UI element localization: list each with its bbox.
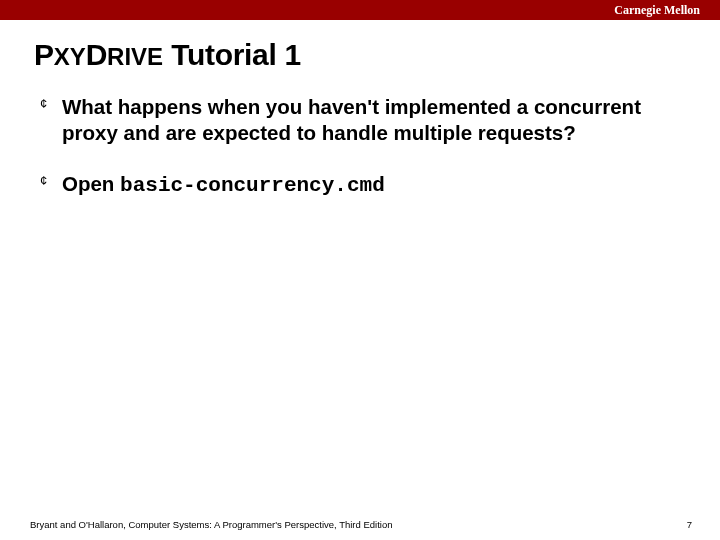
footer: Bryant and O'Hallaron, Computer Systems:… bbox=[0, 519, 720, 530]
top-bar: Carnegie Mellon bbox=[0, 0, 720, 20]
slide: Carnegie Mellon PXYDRIVE Tutorial 1 What… bbox=[0, 0, 720, 540]
footer-credit: Bryant and O'Hallaron, Computer Systems:… bbox=[30, 519, 393, 530]
code-text: basic-concurrency.cmd bbox=[120, 174, 385, 197]
brand-label: Carnegie Mellon bbox=[614, 3, 700, 18]
body: What happens when you haven't implemente… bbox=[0, 84, 720, 200]
bullet-text: What happens when you haven't implemente… bbox=[62, 94, 680, 145]
list-item: What happens when you haven't implemente… bbox=[62, 94, 680, 145]
bullet-text: Open basic-concurrency.cmd bbox=[62, 171, 680, 199]
page-title: PXYDRIVE Tutorial 1 bbox=[0, 20, 720, 84]
list-item: Open basic-concurrency.cmd bbox=[62, 171, 680, 199]
page-number: 7 bbox=[687, 519, 692, 530]
